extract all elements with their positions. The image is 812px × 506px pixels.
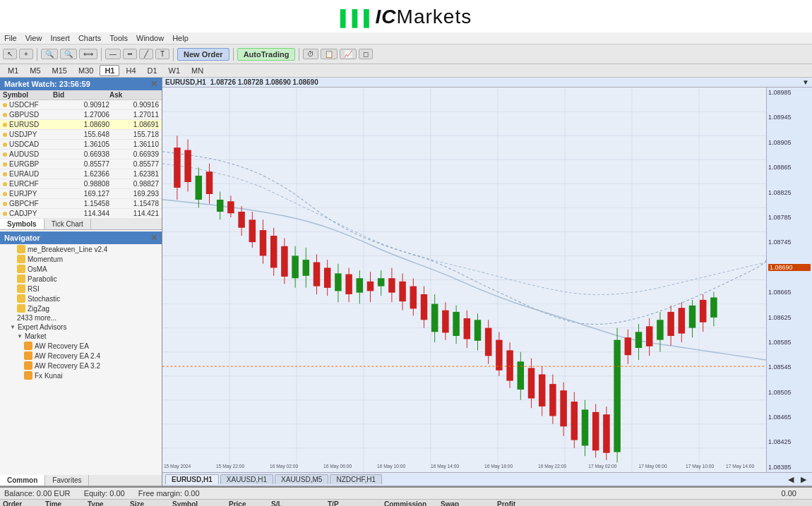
nav-leaf-icon xyxy=(17,304,25,313)
chart-tab-eurusd[interactable]: EURUSD,H1 xyxy=(165,474,219,484)
symbol-cell: EURUSD xyxy=(3,121,53,128)
symbol-dot xyxy=(3,182,7,186)
svg-rect-29 xyxy=(196,176,203,200)
nav-tab-favorites[interactable]: Favorites xyxy=(45,475,89,486)
toolbar-indicators[interactable]: 📈 xyxy=(340,49,357,59)
tf-h4[interactable]: H4 xyxy=(121,65,141,76)
symbol-dot xyxy=(3,192,7,196)
market-watch-row[interactable]: CADJPY 114.344 114.421 xyxy=(0,209,162,219)
tf-h1[interactable]: H1 xyxy=(100,65,119,76)
market-watch-row[interactable]: AUDUSD 0.66938 0.66939 xyxy=(0,150,162,159)
chart-scroll-left[interactable]: ◀ xyxy=(785,475,796,484)
navigator-item[interactable]: Expert Advisors xyxy=(0,323,162,332)
navigator-item[interactable]: Momentum xyxy=(0,254,162,264)
svg-text:17 May 10:00: 17 May 10:00 xyxy=(686,463,714,470)
navigator-close[interactable]: ✕ xyxy=(150,233,157,243)
symbol-cell: AUDUSD xyxy=(3,150,53,158)
market-watch-row[interactable]: USDCAD 1.36105 1.36110 xyxy=(0,140,162,150)
price-11: 1.08545 xyxy=(768,363,811,371)
market-watch-row[interactable]: USDJPY 155.648 155.718 xyxy=(0,130,162,140)
navigator-item[interactable]: RSI xyxy=(0,284,162,294)
left-panel: Market Watch: 23:56:59 ✕ Symbol Bid Ask … xyxy=(0,78,162,486)
menu-window[interactable]: Window xyxy=(136,34,164,42)
price-8: 1.08665 xyxy=(768,289,811,296)
navigator-item[interactable]: 2433 more... xyxy=(0,313,162,323)
tf-m5[interactable]: M5 xyxy=(25,65,45,76)
chart-scroll-right[interactable]: ▶ xyxy=(798,475,809,484)
market-watch-row[interactable]: EURAUD 1.62366 1.62381 xyxy=(0,169,162,179)
bid-cell: 169.127 xyxy=(53,190,109,198)
navigator-item[interactable]: Stochastic xyxy=(0,294,162,303)
tf-m30[interactable]: M30 xyxy=(73,65,98,76)
toolbar-crosshair[interactable]: + xyxy=(19,49,33,59)
toolbar-objects[interactable]: ◻ xyxy=(359,49,373,59)
chart-area[interactable]: EURUSD,H1 1.08726 1.08728 1.08690 1.0869… xyxy=(162,78,812,486)
svg-rect-31 xyxy=(206,171,213,194)
chart-canvas[interactable]: 15 May 2024 15 May 22:00 16 May 02:00 16… xyxy=(162,88,766,472)
navigator-item[interactable]: Fx Kunai xyxy=(0,371,162,380)
autotrading-button[interactable]: AutoTrading xyxy=(237,48,296,61)
symbol-dot xyxy=(3,202,7,206)
symbol-dot xyxy=(3,162,7,167)
navigator-item[interactable]: OsMA xyxy=(0,264,162,274)
tf-mn[interactable]: MN xyxy=(186,65,208,76)
toolbar-zoom-in[interactable]: 🔍 xyxy=(41,49,58,59)
menu-tools[interactable]: Tools xyxy=(109,34,128,42)
toolbar-arrow[interactable]: ↖ xyxy=(3,49,17,59)
tf-m1[interactable]: M1 xyxy=(3,65,23,76)
chart-tab-nzdchf[interactable]: NZDCHF,H1 xyxy=(330,474,382,484)
menu-view[interactable]: View xyxy=(25,34,42,42)
toolbar-zoom-out[interactable]: 🔍 xyxy=(60,49,77,59)
market-watch-row[interactable]: USDCHF 0.90912 0.90916 xyxy=(0,100,162,110)
price-1: 1.08985 xyxy=(768,89,811,96)
new-order-button[interactable]: New Order xyxy=(177,48,229,61)
navigator-tabs: Common Favorites xyxy=(0,475,162,486)
mw-tab-tick[interactable]: Tick Chart xyxy=(44,219,91,229)
chart-tab-xauusd-h1[interactable]: XAUUSD,H1 xyxy=(220,474,273,484)
toolbar-hline[interactable]: ━ xyxy=(123,49,137,59)
toolbar-trend[interactable]: ╱ xyxy=(139,49,153,59)
menu-insert[interactable]: Insert xyxy=(50,34,70,42)
nav-leaf-icon xyxy=(17,265,25,273)
tf-d1[interactable]: D1 xyxy=(143,65,162,76)
ask-cell: 0.98827 xyxy=(109,180,159,188)
chart-tab-xauusd-m5[interactable]: XAUUSD,M5 xyxy=(275,474,328,484)
ask-cell: 1.15478 xyxy=(109,200,159,207)
menu-bar: File View Insert Charts Tools Window Hel… xyxy=(0,32,812,44)
market-watch-row[interactable]: GBPCHF 1.15458 1.15478 xyxy=(0,199,162,209)
navigator-item[interactable]: ZigZag xyxy=(0,303,162,313)
market-watch-row[interactable]: EURJPY 169.127 169.293 xyxy=(0,189,162,199)
toolbar-scroll[interactable]: ⟺ xyxy=(79,49,97,59)
svg-rect-125 xyxy=(710,297,717,317)
menu-file[interactable]: File xyxy=(4,34,17,42)
nav-item-label: Fx Kunai xyxy=(35,372,62,380)
balance-bar: Balance: 0.00 EUR Equity: 0.00 Free marg… xyxy=(0,488,812,500)
market-watch-close[interactable]: ✕ xyxy=(150,79,157,89)
svg-rect-45 xyxy=(281,246,288,277)
market-watch-row[interactable]: EURGBP 0.85577 0.85577 xyxy=(0,159,162,169)
market-watch-row[interactable]: GBPUSD 1.27006 1.27011 xyxy=(0,110,162,120)
toolbar-line[interactable]: — xyxy=(105,49,121,59)
navigator-item[interactable]: AW Recovery EA 2.4 xyxy=(0,351,162,361)
col-ask: Ask xyxy=(109,91,159,99)
toolbar-template[interactable]: 📋 xyxy=(321,49,338,59)
navigator-item[interactable]: AW Recovery EA 3.2 xyxy=(0,361,162,371)
nav-tab-common[interactable]: Common xyxy=(0,475,45,486)
tf-w1[interactable]: W1 xyxy=(164,65,186,76)
navigator-item[interactable]: AW Recovery EA xyxy=(0,341,162,351)
market-watch-row[interactable]: EURCHF 0.98808 0.98827 xyxy=(0,179,162,189)
svg-text:16 May 18:00: 16 May 18:00 xyxy=(484,463,513,470)
ask-cell: 1.27011 xyxy=(109,111,159,119)
market-watch-col-header: Symbol Bid Ask xyxy=(0,90,162,100)
svg-rect-99 xyxy=(571,402,578,440)
market-watch-row[interactable]: EURUSD 1.08690 1.08691 xyxy=(0,120,162,130)
toolbar-period[interactable]: ⏱ xyxy=(303,49,318,59)
toolbar-text[interactable]: T xyxy=(155,49,169,59)
mw-tab-symbols[interactable]: Symbols xyxy=(0,219,44,229)
menu-help[interactable]: Help xyxy=(172,34,189,42)
menu-charts[interactable]: Charts xyxy=(78,34,101,42)
navigator-item[interactable]: Market xyxy=(0,332,162,341)
tf-m15[interactable]: M15 xyxy=(47,65,72,76)
navigator-item[interactable]: me_Breakeven_Line v2.4 xyxy=(0,244,162,254)
navigator-item[interactable]: Parabolic xyxy=(0,274,162,284)
